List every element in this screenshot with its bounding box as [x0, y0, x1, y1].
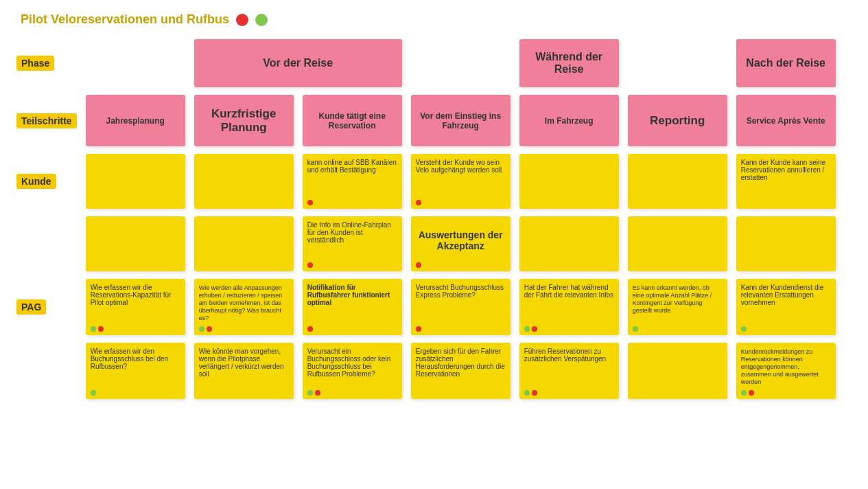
dot-green — [91, 390, 96, 396]
dot-red — [207, 326, 212, 332]
pag-note-1-2: Wie werden alle Anpassungen erhoben / re… — [194, 279, 294, 335]
dot-green — [307, 390, 313, 396]
dot-green — [633, 326, 638, 332]
dot-green — [524, 390, 530, 396]
step-reporting: Reporting — [628, 95, 727, 146]
kunde-note-2-2 — [194, 216, 294, 271]
header: Pilot Veloreservationen und Rufbus — [0, 0, 868, 34]
dot-green — [199, 326, 204, 332]
phase-card-vor: Vor der Reise — [194, 39, 402, 87]
kunde-note-1-4: Versteht der Kunde wo sein Velo aufgehän… — [411, 154, 511, 209]
pag-note-2-1: Wie erfassen wir den Buchungsschluss bei… — [86, 343, 185, 399]
kunde-row2: Die Info im Online-Fahrplan für den Kund… — [14, 214, 854, 273]
step-einstieg: Vor dem Einstieg ins Fahrzeug — [411, 95, 511, 146]
pag-note-2-5: Führen Reservationen zu zusätzlichen Ver… — [519, 343, 619, 399]
pag-note-1-7: Kann der Kundendienst die relevanten Ers… — [736, 279, 836, 335]
pag-row2: Wie erfassen wir den Buchungsschluss bei… — [14, 341, 854, 401]
phase-card-nach: Nach der Reise — [736, 39, 836, 87]
pag-label: PAG — [16, 299, 46, 315]
kunde-note-2-4: Auswertungen der Akzeptanz — [411, 216, 511, 271]
step-kurzfristig: Kurzfristige Planung — [194, 95, 294, 146]
pag-note-2-7: Kundenrückmeldungen zu Reservationen kön… — [736, 343, 836, 399]
phase-row: Phase Vor der Reise Während der Reise — [14, 37, 854, 89]
dot-red — [98, 326, 104, 332]
dot-red — [307, 326, 313, 332]
pag-note-1-1: Wie erfassen wir die Reservations-Kapazi… — [86, 279, 185, 335]
dot-red — [236, 14, 248, 26]
kunde-row1: Kunde kann online auf SBB Kanälen und er… — [14, 152, 854, 211]
teilschritte-label: Teilschritte — [16, 113, 77, 128]
pag-note-1-4: Verursacht Buchungsschluss Express Probl… — [411, 279, 511, 335]
kunde-note-1-6 — [628, 154, 727, 209]
pag-note-1-6: Es kann erkannt werden, ob eine optimale… — [628, 279, 727, 335]
dot-green — [741, 390, 747, 396]
kunde-note-2-6 — [628, 216, 727, 271]
kunde-note-1-7: Kann der Kunde kann seine Reservationen … — [736, 154, 836, 209]
teilschritte-row: Teilschritte Jahresplanung Kurzfristige … — [14, 93, 854, 148]
dot-red — [416, 262, 421, 268]
phase-label: Phase — [16, 56, 54, 71]
kunde-note-1-2 — [194, 154, 294, 209]
header-title: Pilot Veloreservationen und Rufbus — [21, 12, 229, 27]
dot-red — [749, 390, 754, 396]
kunde-note-2-3: Die Info im Online-Fahrplan für den Kund… — [303, 216, 402, 271]
pag-note-2-6 — [628, 343, 727, 399]
kunde-note-1-5 — [519, 154, 619, 209]
kunde-note-2-5 — [519, 216, 619, 271]
step-apres: Service Après Vente — [736, 95, 836, 146]
dot-green — [524, 326, 530, 332]
dot-red — [532, 326, 537, 332]
pag-note-2-4: Ergeben sich für den Fahrer zusätzlichen… — [411, 343, 511, 399]
dot-green — [255, 14, 268, 26]
step-fahrzeug: Im Fahrzeug — [519, 95, 619, 146]
pag-note-2-2: Wie könnte man vorgehen, wenn die Pilotp… — [194, 343, 294, 399]
kunde-note-2-1 — [86, 216, 185, 271]
kunde-note-1-1 — [86, 154, 185, 209]
dot-green — [91, 326, 96, 332]
pag-note-1-5: Hat der Fahrer hat während der Fahrt die… — [519, 279, 619, 335]
phase-card-waehrend: Während der Reise — [519, 39, 619, 87]
dot-red — [307, 262, 313, 268]
dot-red — [416, 200, 421, 205]
step-reservation: Kunde tätigt eine Reservation — [303, 95, 402, 146]
step-jahresplanung: Jahresplanung — [86, 95, 185, 146]
pag-row1: PAG Wie erfassen wir die Reservations-Ka… — [14, 277, 854, 337]
kunde-note-1-3: kann online auf SBB Kanälen und erhält B… — [303, 154, 402, 209]
dot-red — [532, 390, 537, 396]
dot-green — [741, 326, 747, 332]
kunde-note-2-7 — [736, 216, 836, 271]
pag-note-2-3: Verursacht ein Buchungsschloss oder kein… — [303, 343, 402, 399]
pag-note-1-3: Notifikation für Rufbusfahrer funktionie… — [303, 279, 402, 335]
dot-red — [307, 200, 313, 205]
dot-red — [315, 390, 320, 396]
dot-red — [416, 326, 421, 332]
kunde-label: Kunde — [16, 174, 56, 189]
